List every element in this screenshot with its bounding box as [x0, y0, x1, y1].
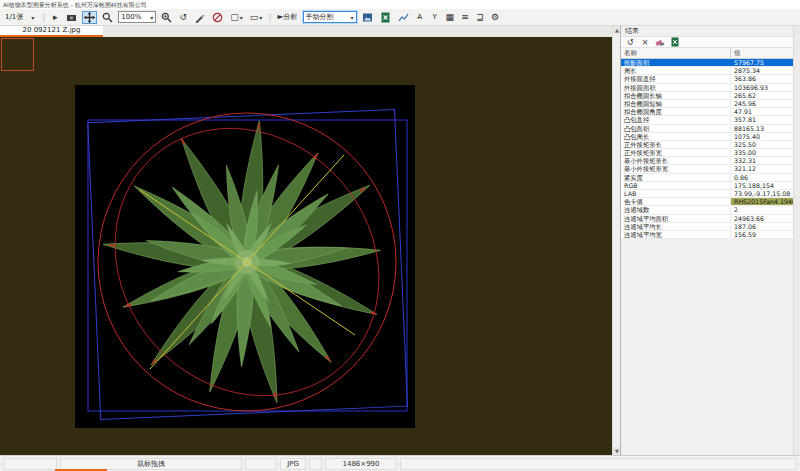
table-row[interactable]: 连通域平均宽156.59 [621, 231, 794, 239]
zoom-tool-button[interactable] [100, 11, 115, 24]
table-row[interactable]: LAB73.99,-9.17,15.08 [621, 190, 794, 198]
excel-icon [380, 12, 391, 23]
table-row[interactable]: 拟合椭圆长轴265.62 [621, 92, 794, 100]
table-row[interactable]: 凸包面积88165.13 [621, 125, 794, 133]
page-dropdown-button[interactable]: ▾ [26, 11, 38, 24]
column-header-value: 值 [731, 48, 794, 58]
analysis-overlay [75, 85, 415, 428]
zoom-in-button[interactable] [159, 11, 174, 24]
row-value: 1075.40 [731, 133, 794, 140]
table-row[interactable]: 拟合椭圆短轴245.96 [621, 100, 794, 108]
magnifier-plus-icon [161, 12, 172, 23]
table-row[interactable]: 凸包周长1075.40 [621, 133, 794, 141]
table-row[interactable]: 外接圆直径363.86 [621, 75, 794, 83]
cancel-button[interactable] [210, 11, 225, 24]
table-row[interactable]: 凸包直径357.81 [621, 116, 794, 124]
export-button[interactable]: ⊒ [474, 11, 486, 24]
excel-export-button[interactable] [670, 37, 680, 47]
row-label: 凸包周长 [621, 133, 731, 140]
table-row[interactable]: 最小外接矩形宽321.12 [621, 165, 794, 173]
table-row[interactable]: 紧实度0.86 [621, 174, 794, 182]
roi-tool-dropdown[interactable]: ▭ ▾ [248, 11, 265, 24]
table-row[interactable]: 周长2875.34 [621, 67, 794, 75]
row-label: RGB [621, 182, 731, 189]
no-entry-icon [212, 12, 223, 23]
row-label: 外接圆面积 [621, 84, 731, 91]
rotate-ccw-icon: ↺ [180, 13, 188, 22]
zoom-level-select[interactable]: 100% ▾ [118, 11, 156, 23]
row-label: 正外接矩形长 [621, 141, 731, 148]
window-title: AI植物表型测量分析系统 - 杭州万深检测科技有限公司 [0, 0, 800, 9]
navigator-thumbnail[interactable] [1, 38, 34, 71]
row-label: 拟合椭圆长轴 [621, 92, 731, 99]
table-row[interactable]: 连通域平均长187.06 [621, 223, 794, 231]
image-canvas[interactable] [0, 37, 612, 455]
analyzed-image[interactable] [75, 85, 415, 428]
row-label: 外接圆直径 [621, 75, 731, 82]
status-file-format: JPG [280, 458, 306, 470]
row-value: 321.12 [731, 165, 794, 172]
square-shape-icon: ▢ [230, 13, 239, 22]
row-value: 2875.34 [731, 67, 794, 74]
chevron-down-icon: ▾ [351, 14, 354, 21]
table-row[interactable]: 连通域数2 [621, 206, 794, 214]
status-cell-empty [309, 458, 322, 470]
status-cell-empty [400, 458, 797, 470]
eraser-icon [655, 37, 665, 47]
pencil-icon [194, 12, 205, 23]
results-panel: 结果 ↺ × 名称 值 投影面积57967.75 周长2875.34 外接圆直径… [620, 26, 800, 455]
rotate-left-button[interactable]: ↺ [177, 11, 189, 24]
snapshot-button[interactable] [64, 11, 79, 24]
row-value: 47.91 [731, 108, 794, 115]
row-label: 连通域平均长 [621, 223, 731, 230]
list-view-button[interactable]: ≡ [459, 11, 471, 24]
row-label: 凸包面积 [621, 125, 731, 132]
row-value: 335.00 [731, 149, 794, 156]
pan-tool-button[interactable] [82, 11, 97, 24]
grid-view-button[interactable]: ▦ [444, 11, 457, 24]
table-row[interactable]: 最小外接矩形长332.31 [621, 157, 794, 165]
table-row[interactable]: 拟合椭圆角度47.91 [621, 108, 794, 116]
results-panel-title: 结果 [621, 26, 800, 36]
magnifier-icon [102, 12, 113, 23]
refresh-button[interactable]: ↺ [625, 37, 635, 47]
analyze-button[interactable]: ► 分析 [275, 11, 299, 24]
export-image-button[interactable] [360, 11, 375, 24]
edit-button[interactable] [192, 11, 207, 24]
clear-button[interactable] [655, 37, 665, 47]
row-value: 357.81 [731, 116, 794, 123]
rhs-color-swatch: RHS2015Fan4 194C Yellow [731, 198, 794, 205]
excel-icon [670, 37, 680, 47]
delete-button[interactable]: × [640, 37, 650, 47]
results-toolbar: ↺ × [621, 36, 800, 48]
table-row[interactable]: 外接圆面积103696.93 [621, 84, 794, 92]
segmentation-mode-select[interactable]: 手动分割 ▾ [303, 11, 357, 23]
canvas-vertical-scrollbar[interactable]: ▲ ▼ [612, 26, 620, 455]
table-row[interactable]: 连通域平均面积24963.66 [621, 215, 794, 223]
row-label: 周长 [621, 67, 731, 74]
row-label: 连通域平均面积 [621, 215, 731, 222]
results-scrollbar[interactable] [793, 26, 800, 455]
row-label: 正外接矩形宽 [621, 149, 731, 156]
table-row[interactable]: RGB175,188,154 [621, 182, 794, 190]
table-row[interactable]: 正外接矩形宽335.00 [621, 149, 794, 157]
table-row[interactable]: 色卡值RHS2015Fan4 194C Yellow [621, 198, 794, 206]
toolbar-separator: | [42, 12, 45, 22]
row-value: 156.59 [731, 231, 794, 238]
row-value: 2 [731, 206, 794, 213]
settings-button[interactable]: ⚙ [489, 11, 501, 24]
grid-icon: ▦ [446, 13, 455, 22]
annotate-button[interactable]: A [414, 11, 426, 24]
analyze-label: 分析 [284, 12, 298, 22]
next-image-button[interactable]: ▸ [49, 11, 61, 24]
tab-image-file[interactable]: 20 092121 Z.jpg [0, 26, 103, 37]
curve-button[interactable] [396, 11, 411, 24]
rect-tool-dropdown[interactable]: ▢ ▾ [228, 11, 245, 24]
branch-button[interactable]: Y [429, 11, 441, 24]
page-indicator: 1/1张 [5, 12, 23, 22]
excel-export-button[interactable] [378, 11, 393, 24]
table-row[interactable]: 投影面积57967.75 [621, 59, 794, 67]
row-value: 57967.75 [731, 59, 794, 66]
toolbar-separator: | [268, 12, 271, 22]
table-row[interactable]: 正外接矩形长325.50 [621, 141, 794, 149]
